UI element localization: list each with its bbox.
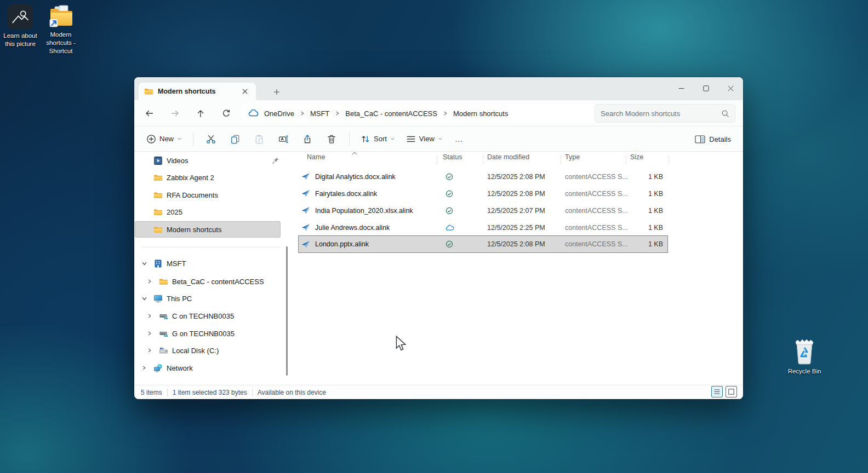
column-header-name[interactable]: Name (307, 153, 325, 166)
rename-icon (278, 134, 288, 144)
tab-close-button[interactable] (239, 86, 250, 97)
sort-button[interactable]: Sort (356, 129, 399, 149)
up-button[interactable] (192, 105, 209, 122)
new-tab-button[interactable] (270, 85, 283, 99)
file-size: 1 KB (628, 219, 663, 236)
column-divider[interactable] (669, 155, 669, 164)
share-button[interactable] (296, 129, 318, 149)
sidebar-item-network[interactable]: Network (135, 360, 281, 376)
file-row-fairytales[interactable]: Fairytales.docx.alink 12/5/2025 2:08 PM … (299, 185, 667, 202)
more-options-button[interactable]: … (449, 129, 469, 149)
refresh-button[interactable] (218, 105, 235, 122)
sidebar-item-this-pc[interactable]: This PC (135, 290, 281, 307)
sidebar-divider (141, 247, 281, 247)
chevron-right-icon[interactable] (443, 111, 448, 116)
view-button[interactable]: View (402, 129, 447, 149)
arrow-left-icon (145, 109, 154, 118)
sidebar-item-msft[interactable]: MSFT (135, 255, 281, 272)
chevron-down-icon[interactable] (141, 296, 147, 302)
sidebar-item-modern-shortcuts[interactable]: Modern shortcuts (135, 221, 281, 238)
desktop-icon-modern-shortcuts[interactable]: Modern shortcuts - Shortcut (41, 4, 81, 55)
column-header-status[interactable]: Status (443, 153, 462, 166)
sidebar-item-zabbix-agent-2[interactable]: Zabbix Agent 2 (135, 169, 281, 186)
desktop-icon-learn-about[interactable]: Learn about this picture (1, 4, 40, 48)
explorer-tab[interactable]: Modern shortcuts (139, 83, 256, 100)
statusbar-divider (252, 389, 253, 396)
local-disk-icon (159, 346, 168, 355)
column-header-modified[interactable]: Date modified (487, 153, 529, 166)
icons-view-toggle[interactable] (726, 387, 736, 397)
file-row-india-population[interactable]: India Population_2020.xlsx.alink 12/5/20… (299, 202, 667, 219)
desktop-icon-recycle-bin[interactable]: Recycle Bin (785, 338, 824, 376)
sidebar-item-label: C on TECHNB0035 (172, 312, 234, 320)
copy-icon (230, 134, 240, 144)
network-drive-icon (159, 329, 168, 338)
sort-ascending-icon (352, 152, 357, 155)
chevron-right-icon[interactable] (141, 365, 147, 371)
sidebar-item-2025[interactable]: 2025 (135, 204, 281, 220)
file-name: Julie Andrews.docx.alink (315, 219, 441, 236)
share-icon (302, 134, 312, 144)
file-row-london-selected[interactable]: London.pptx.alink 12/5/2025 2:08 PM cont… (299, 236, 667, 252)
file-type: contentACCESS S... (565, 185, 628, 202)
column-divider[interactable] (561, 155, 561, 164)
delete-button[interactable] (321, 129, 342, 149)
sidebar-item-label: This PC (167, 295, 192, 303)
column-divider[interactable] (437, 155, 437, 164)
new-button[interactable]: New (142, 129, 186, 149)
maximize-button[interactable] (694, 77, 718, 99)
file-modified: 12/5/2025 2:08 PM (487, 236, 564, 252)
chevron-down-icon[interactable] (141, 261, 147, 267)
sidebar-item-rfa-documents[interactable]: RFA Documents (135, 187, 281, 203)
paste-button[interactable] (248, 129, 270, 149)
desktop-wallpaper: Learn about this picture Modern shortcut… (0, 0, 868, 473)
navigation-pane: Videos Zabbix Agent 2 RFA Document (134, 152, 288, 385)
column-header-type[interactable]: Type (565, 153, 580, 166)
titlebar[interactable]: Modern shortcuts (134, 77, 743, 100)
chevron-right-icon[interactable] (147, 348, 152, 353)
column-header-size[interactable]: Size (630, 153, 643, 166)
chevron-right-icon[interactable] (335, 111, 340, 116)
sidebar-item-c-on-technb0035[interactable]: C on TECHNB0035 (135, 308, 281, 324)
back-button[interactable] (141, 105, 157, 122)
breadcrumb-item-onedrive[interactable]: OneDrive (261, 109, 298, 118)
folder-icon (144, 88, 153, 95)
forward-button[interactable] (167, 105, 183, 122)
sidebar-scrollbar[interactable] (286, 246, 288, 376)
file-row-julie-andrews[interactable]: Julie Andrews.docx.alink 12/5/2025 2:25 … (299, 219, 667, 236)
sidebar-item-beta-cac[interactable]: Beta_CaC - contentACCESS (135, 273, 281, 290)
search-box[interactable] (595, 104, 735, 123)
search-input[interactable] (601, 109, 721, 118)
breadcrumb-item-msft[interactable]: MSFT (307, 109, 333, 118)
rename-button[interactable] (272, 129, 294, 149)
status-bar: 5 items 1 item selected 323 bytes Availa… (134, 385, 743, 399)
cut-button[interactable] (200, 129, 222, 149)
sidebar-item-videos[interactable]: Videos (135, 152, 281, 169)
chevron-right-icon[interactable] (147, 331, 152, 336)
file-size: 1 KB (628, 236, 663, 252)
breadcrumb-item-betacac[interactable]: Beta_CaC - contentACCESS (342, 109, 441, 118)
details-view-toggle[interactable] (712, 387, 722, 397)
sidebar-item-label: RFA Documents (167, 191, 218, 199)
breadcrumb-item-modern-shortcuts[interactable]: Modern shortcuts (450, 109, 511, 118)
status-synced-icon (441, 202, 458, 219)
view-label: View (419, 135, 435, 143)
alink-file-icon (301, 189, 310, 198)
desktop-icon-label: Modern shortcuts - Shortcut (41, 31, 81, 55)
availability-status: Available on this device (258, 389, 326, 396)
chevron-right-icon[interactable] (300, 111, 305, 116)
file-type: contentACCESS S... (565, 219, 628, 236)
column-divider[interactable] (626, 155, 626, 164)
minimize-button[interactable] (669, 77, 694, 99)
copy-button[interactable] (224, 129, 246, 149)
chevron-right-icon[interactable] (147, 279, 152, 284)
sidebar-item-local-disk-c[interactable]: Local Disk (C:) (135, 342, 281, 359)
details-button[interactable]: Details (690, 129, 735, 149)
this-pc-icon (153, 294, 163, 303)
mouse-cursor (395, 336, 407, 352)
sidebar-item-g-on-technb0035[interactable]: G on TECHNB0035 (135, 325, 281, 342)
column-divider[interactable] (483, 155, 483, 164)
chevron-right-icon[interactable] (147, 313, 152, 319)
close-window-button[interactable] (718, 77, 743, 99)
file-row-digital-analytics[interactable]: Digital Analytics.docx.alink 12/5/2025 2… (299, 168, 667, 185)
